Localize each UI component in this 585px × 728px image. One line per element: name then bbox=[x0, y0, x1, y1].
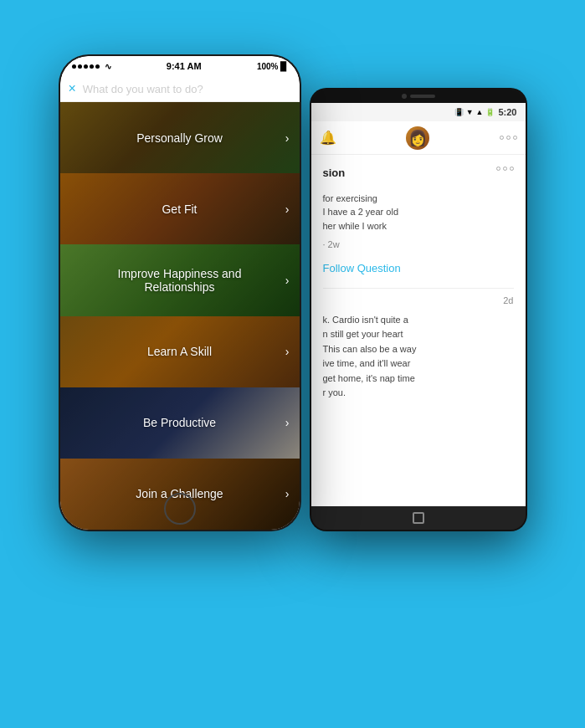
android-status-bar: 📳 ▼ ▲ 🔋 5:20 bbox=[311, 103, 526, 121]
follow-question-button[interactable]: Follow Question bbox=[323, 260, 514, 277]
battery-icon-android: 🔋 bbox=[485, 108, 495, 116]
option-dot-2 bbox=[503, 167, 507, 171]
question-options[interactable] bbox=[496, 165, 514, 171]
android-top-bar bbox=[311, 90, 526, 103]
android-speaker bbox=[410, 95, 435, 98]
android-nav-bar bbox=[311, 506, 526, 530]
answer-text: k. Cardio isn't quite an still get your … bbox=[323, 313, 514, 402]
menu-item-happiness[interactable]: Improve Happiness andRelationships › bbox=[60, 244, 300, 315]
signal-dot-3 bbox=[84, 64, 88, 69]
menu-label-skill: Learn A Skill bbox=[122, 345, 237, 358]
answer-meta: 2d bbox=[323, 294, 514, 308]
question-text: for exercisingI have a 2 year oldher whi… bbox=[323, 192, 514, 233]
chevron-right-icon-3: › bbox=[285, 274, 290, 287]
battery-label: 100% bbox=[257, 62, 279, 71]
menu-label-happiness: Improve Happiness andRelationships bbox=[93, 267, 267, 294]
chevron-right-icon: › bbox=[285, 131, 290, 145]
dot-2 bbox=[506, 136, 511, 140]
android-status-icons: 📳 ▼ ▲ 🔋 bbox=[454, 108, 495, 116]
signal-icon: ▼ bbox=[466, 108, 474, 116]
menu-label-productive: Be Productive bbox=[118, 416, 241, 429]
phones-container: ∿ 9:41 AM 100% ▉ × What do you want to d… bbox=[59, 38, 527, 690]
question-title: sion bbox=[323, 165, 346, 182]
android-camera bbox=[402, 94, 407, 99]
battery-icon: ▉ bbox=[280, 62, 287, 71]
signal-dot-4 bbox=[90, 64, 94, 69]
iphone-screen: ∿ 9:41 AM 100% ▉ × What do you want to d… bbox=[60, 56, 300, 530]
avatar[interactable]: 👩 bbox=[406, 126, 429, 150]
android-time: 5:20 bbox=[498, 107, 516, 117]
menu-label-get-fit: Get Fit bbox=[136, 203, 222, 216]
menu-item-get-fit[interactable]: Get Fit › bbox=[60, 173, 300, 244]
option-dot-1 bbox=[496, 167, 500, 171]
chevron-right-icon-6: › bbox=[285, 487, 290, 500]
chevron-right-icon-4: › bbox=[285, 345, 290, 358]
android-device: 📳 ▼ ▲ 🔋 5:20 🔔 👩 bbox=[310, 88, 527, 531]
search-placeholder[interactable]: What do you want to do? bbox=[83, 83, 291, 95]
signal-dot-1 bbox=[72, 64, 76, 69]
status-left: ∿ bbox=[72, 62, 111, 71]
question-meta: · 2w bbox=[323, 238, 514, 252]
menu-item-productive[interactable]: Be Productive › bbox=[60, 387, 300, 459]
avatar-image: 👩 bbox=[408, 129, 427, 147]
signal-dot-5 bbox=[95, 64, 100, 69]
option-dot-3 bbox=[510, 167, 514, 171]
wifi-icon: ∿ bbox=[105, 62, 111, 71]
more-options-button[interactable] bbox=[500, 136, 517, 140]
chevron-right-icon-2: › bbox=[285, 203, 290, 216]
status-right: 100% ▉ bbox=[257, 62, 288, 71]
bell-icon[interactable]: 🔔 bbox=[320, 130, 336, 146]
chevron-right-icon-5: › bbox=[285, 416, 290, 429]
divider bbox=[323, 288, 514, 289]
ios-search-bar[interactable]: × What do you want to do? bbox=[60, 76, 300, 102]
android-screen: 📳 ▼ ▲ 🔋 5:20 🔔 👩 bbox=[311, 103, 526, 506]
iphone-home-button[interactable] bbox=[164, 493, 196, 525]
android-content: sion for exercisingI have a 2 year oldhe… bbox=[311, 155, 526, 506]
signal-dot-2 bbox=[78, 64, 82, 69]
menu-list: Personally Grow › Get Fit › Improve Happ… bbox=[60, 102, 300, 530]
android-home-button[interactable] bbox=[413, 512, 424, 524]
iphone-device: ∿ 9:41 AM 100% ▉ × What do you want to d… bbox=[59, 54, 301, 531]
ios-time: 9:41 AM bbox=[167, 61, 202, 71]
menu-item-personally-grow[interactable]: Personally Grow › bbox=[60, 102, 300, 173]
wifi-icon-android: ▲ bbox=[476, 108, 484, 116]
ios-status-bar: ∿ 9:41 AM 100% ▉ bbox=[60, 56, 300, 76]
android-app-bar: 🔔 👩 bbox=[311, 121, 526, 155]
close-icon[interactable]: × bbox=[69, 81, 76, 96]
menu-item-skill[interactable]: Learn A Skill › bbox=[60, 316, 300, 387]
dot-3 bbox=[513, 136, 517, 140]
menu-label-personally-grow: Personally Grow bbox=[111, 131, 248, 145]
vibrate-icon: 📳 bbox=[454, 108, 464, 116]
dot-1 bbox=[500, 136, 504, 140]
